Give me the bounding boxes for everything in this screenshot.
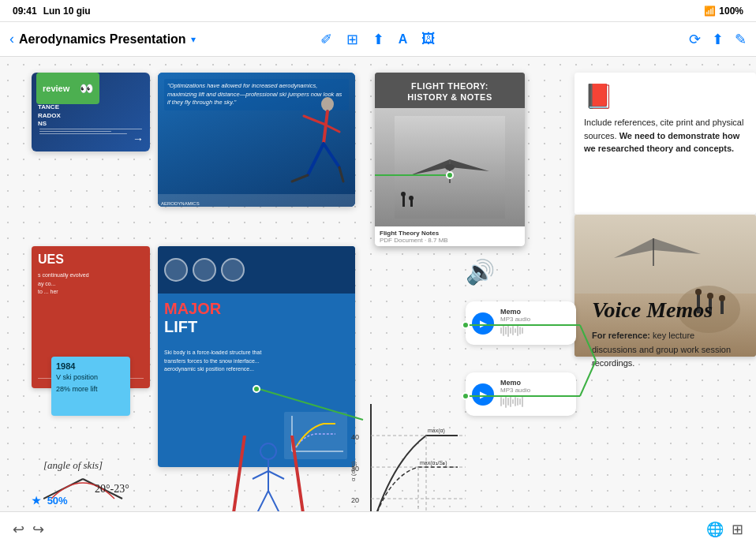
slide-card-4[interactable]: MAJOR LIFT Ski body is a force-loaded st… bbox=[158, 246, 355, 467]
angle-degrees-value: 20°-23° bbox=[95, 483, 129, 495]
share-icon[interactable]: ⬆ bbox=[712, 31, 724, 48]
sticky-year: 1984 bbox=[56, 361, 125, 371]
circle-2 bbox=[193, 258, 216, 282]
pen-tool-icon[interactable]: ✐ bbox=[320, 31, 332, 48]
slide2-footer-text: AERODYNAMICS bbox=[158, 200, 203, 207]
view-icon[interactable]: ⊞ bbox=[346, 31, 358, 48]
history-icon[interactable]: ⟳ bbox=[689, 31, 701, 48]
toolbar-left: ‹ Aerodynamics Presentation ▾ bbox=[9, 31, 314, 47]
connection-anchor-3 bbox=[462, 321, 470, 329]
battery-display: 100% bbox=[719, 6, 743, 17]
toolbar-center: ✐ ⊞ ⬆ A 🖼 bbox=[320, 31, 436, 48]
slide3-body: s continually evolveday co...to ... her bbox=[38, 271, 144, 297]
svg-rect-23 bbox=[574, 215, 756, 294]
wifi-icon: 📶 bbox=[704, 6, 716, 17]
flight-book[interactable]: FLIGHT THEORY:HISTORY & NOTES bbox=[375, 73, 525, 246]
angle-degrees: 20°-23° bbox=[95, 483, 129, 496]
flight-book-image bbox=[375, 108, 525, 226]
zoom-indicator: ★ 50% bbox=[32, 495, 68, 507]
svg-text:max(α₁/S₃): max(α₁/S₃) bbox=[420, 460, 447, 466]
slide2-quote: "Optimizations have allowed for increase… bbox=[164, 79, 349, 110]
svg-line-9 bbox=[324, 144, 339, 167]
svg-line-43 bbox=[268, 471, 284, 479]
svg-line-7 bbox=[324, 111, 327, 144]
connection-anchor-1 bbox=[446, 171, 454, 179]
circle-3 bbox=[221, 258, 245, 282]
voice-memos-title: Voice Memos bbox=[592, 297, 713, 323]
flight-book-header: FLIGHT THEORY:HISTORY & NOTES bbox=[375, 73, 525, 108]
angle-label: [angle of skis] bbox=[43, 459, 103, 471]
voice-memos-description: For reference: key lecture discussions a… bbox=[592, 329, 742, 371]
chevron-down-icon[interactable]: ▾ bbox=[191, 34, 196, 45]
bottom-toolbar-left: ↩ ↪ bbox=[13, 521, 44, 538]
status-left: 09:41 Lun 10 giu bbox=[13, 6, 91, 17]
memo-1-play-button[interactable]: ▶ bbox=[472, 312, 494, 335]
svg-point-20 bbox=[401, 192, 406, 196]
svg-line-10 bbox=[304, 116, 324, 124]
svg-point-21 bbox=[409, 196, 414, 200]
connection-anchor-4 bbox=[462, 392, 470, 400]
svg-text:20: 20 bbox=[351, 496, 359, 504]
cloud-icon[interactable]: ⬆ bbox=[372, 31, 384, 48]
slide4-body: Ski body is a force-loaded structure tha… bbox=[158, 342, 355, 380]
network-icon[interactable]: 🌐 bbox=[706, 521, 724, 538]
eyes-icon: 👀 bbox=[80, 82, 93, 95]
slide3-content: UES s continually evolveday co...to ... … bbox=[32, 246, 150, 303]
text-tool-icon[interactable]: A bbox=[399, 32, 408, 47]
svg-text:max(α): max(α) bbox=[428, 428, 445, 434]
slide1-lines bbox=[39, 127, 142, 136]
slide2-footer: AERODYNAMICS bbox=[158, 194, 355, 207]
memo-1-type: MP3 audio bbox=[500, 316, 570, 323]
memo-1-title: Memo bbox=[500, 308, 570, 316]
slide4-top bbox=[158, 246, 355, 294]
svg-rect-31 bbox=[720, 300, 724, 314]
svg-line-42 bbox=[253, 471, 268, 479]
back-button[interactable]: ‹ bbox=[9, 31, 14, 47]
memo-2-title: Memo bbox=[500, 379, 570, 387]
svg-rect-18 bbox=[402, 195, 405, 207]
grid-view-icon[interactable]: ⊞ bbox=[732, 521, 743, 538]
svg-point-17 bbox=[445, 164, 455, 170]
media-icon[interactable]: 🖼 bbox=[421, 31, 436, 47]
sticky-1984[interactable]: 1984 V ski position 28% more lift bbox=[51, 357, 130, 416]
zoom-value: 50% bbox=[47, 495, 68, 507]
svg-point-40 bbox=[260, 443, 276, 459]
slide4-lift: LIFT bbox=[164, 318, 349, 336]
slide-card-2[interactable]: "Optimizations have allowed for increase… bbox=[158, 73, 355, 207]
memo-2-play-button[interactable]: ▶ bbox=[472, 383, 494, 406]
voice-memo-2[interactable]: ▶ Memo MP3 audio bbox=[466, 372, 576, 416]
slide3-title: UES bbox=[38, 252, 144, 267]
date-display: Lun 10 giu bbox=[43, 6, 91, 17]
memo-2-waveform bbox=[500, 394, 570, 410]
review-sticky[interactable]: review 👀 bbox=[36, 73, 99, 104]
slide2-photo: "Optimizations have allowed for increase… bbox=[158, 73, 355, 207]
flight-book-footer: Flight Theory Notes PDF Document · 8.7 M… bbox=[375, 226, 525, 246]
svg-line-12 bbox=[292, 175, 308, 181]
status-bar: 09:41 Lun 10 giu 📶 100% bbox=[0, 0, 756, 22]
slide4-major: MAJOR bbox=[164, 300, 349, 318]
book-icon: 📕 bbox=[584, 82, 747, 110]
svg-line-13 bbox=[339, 167, 343, 181]
svg-line-8 bbox=[308, 144, 324, 175]
slide4-title-area: MAJOR LIFT bbox=[158, 294, 355, 342]
review-label: review bbox=[43, 84, 69, 93]
edit-icon[interactable]: ✎ bbox=[735, 31, 747, 48]
slide1-arrow-icon: → bbox=[133, 133, 144, 145]
memo-1-info: Memo MP3 audio bbox=[500, 308, 570, 338]
svg-point-32 bbox=[719, 295, 725, 301]
redo-button[interactable]: ↪ bbox=[32, 521, 44, 538]
time-display: 09:41 bbox=[13, 6, 37, 17]
svg-text:α (deg): α (deg) bbox=[350, 461, 357, 481]
undo-button[interactable]: ↩ bbox=[13, 521, 24, 538]
glider-svg bbox=[395, 116, 505, 219]
toolbar-right: ⟳ ⬆ ✎ bbox=[442, 31, 747, 48]
bottom-toolbar-right: 🌐 ⊞ bbox=[706, 521, 743, 538]
flight-book-fileinfo: PDF Document · 8.7 MB bbox=[380, 237, 520, 244]
svg-text:40: 40 bbox=[351, 433, 359, 441]
voice-memo-1[interactable]: ▶ Memo MP3 audio bbox=[466, 301, 576, 345]
connection-anchor-2 bbox=[253, 385, 260, 393]
canvas-area[interactable]: review 👀 NSDYNAMICSN SKISTANCERADOXNS → bbox=[0, 57, 756, 546]
memo-2-type: MP3 audio bbox=[500, 387, 570, 394]
right-note-bold: We need to demonstrate how we researched… bbox=[584, 131, 739, 154]
flight-book-subtitle: Flight Theory Notes bbox=[380, 230, 520, 237]
